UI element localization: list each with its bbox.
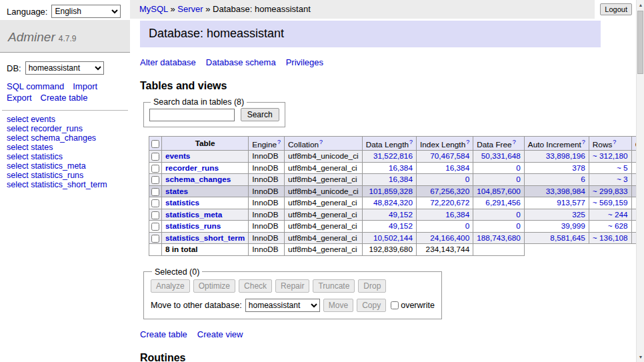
table-link-events[interactable]: events <box>165 151 190 161</box>
cell-auto-increment-link[interactable]: 8,581,645 <box>550 233 585 243</box>
cell-rows-link[interactable]: ~ 312,180 <box>593 151 628 161</box>
scrollbar[interactable]: ▲ ▼ <box>636 0 644 362</box>
cell-rows-link[interactable]: ~ 3 <box>617 175 628 184</box>
check-button[interactable]: Check <box>239 279 272 293</box>
overwrite-checkbox[interactable] <box>391 301 399 309</box>
db-select[interactable]: homeassistant <box>25 61 104 75</box>
move-button[interactable]: Move <box>323 299 353 312</box>
cell-data-free-link[interactable]: 50,331,648 <box>481 151 521 161</box>
breadcrumb-mysql[interactable]: MySQL <box>139 4 168 14</box>
create-table-link[interactable]: Create table <box>140 329 187 339</box>
cell-data-length-link[interactable]: 101,859,328 <box>369 187 413 196</box>
sidebar-select-statistics-meta[interactable]: select statistics_meta <box>7 162 123 171</box>
cell-rows-link[interactable]: ~ 569,159 <box>593 198 628 207</box>
table-link-schema-changes[interactable]: schema_changes <box>165 175 231 184</box>
cell-auto-increment-link[interactable]: 913,577 <box>557 198 585 207</box>
help-icon[interactable]: ? <box>466 139 469 145</box>
sidebar-select-schema-changes[interactable]: select schema_changes <box>7 134 123 143</box>
table-link-statistics-short-term[interactable]: statistics_short_term <box>165 233 245 243</box>
cell-auto-increment-link[interactable]: 33,398,984 <box>546 187 585 196</box>
row-checkbox-statistics[interactable] <box>151 199 159 207</box>
cell-data-free-link[interactable]: 6,291,456 <box>485 198 520 207</box>
help-icon[interactable]: ? <box>277 139 281 145</box>
cell-data-length-link[interactable]: 10,502,144 <box>373 233 413 243</box>
cell-data-free-link[interactable]: 188,743,680 <box>477 233 521 243</box>
cell-index-length-link[interactable]: 72,220,672 <box>430 198 469 207</box>
cell-index-length-link[interactable]: 70,467,584 <box>430 151 469 161</box>
row-checkbox-statistics-meta[interactable] <box>151 211 159 219</box>
sidebar-select-recorder-runs[interactable]: select recorder_runs <box>7 125 123 134</box>
scrollbar-thumb[interactable] <box>637 11 643 74</box>
table-link-statistics[interactable]: statistics <box>165 198 199 207</box>
table-link-recorder-runs[interactable]: recorder_runs <box>165 163 219 173</box>
sidebar-select-statistics[interactable]: select statistics <box>7 153 123 162</box>
cell-auto-increment-link[interactable]: 33,898,196 <box>546 151 585 161</box>
table-link-statistics-runs[interactable]: statistics_runs <box>165 221 221 231</box>
help-icon[interactable]: ? <box>513 139 516 145</box>
row-checkbox-statistics-runs[interactable] <box>151 223 159 231</box>
sidebar-select-statistics-runs[interactable]: select statistics_runs <box>7 171 123 181</box>
create-view-link[interactable]: Create view <box>197 329 243 339</box>
logout-button[interactable]: Logout <box>600 3 632 15</box>
copy-button[interactable]: Copy <box>357 299 386 312</box>
row-checkbox-events[interactable] <box>151 153 159 161</box>
search-button[interactable]: Search <box>241 108 279 121</box>
cell-data-length-link[interactable]: 49,152 <box>389 221 413 231</box>
repair-button[interactable]: Repair <box>275 279 309 293</box>
row-checkbox-recorder-runs[interactable] <box>151 165 159 173</box>
cell-data-free-link[interactable]: 0 <box>516 163 521 173</box>
sidebar-link-export[interactable]: Export <box>7 93 32 103</box>
row-checkbox-schema-changes[interactable] <box>151 176 159 184</box>
cell-index-length-link[interactable]: 24,166,400 <box>430 233 469 243</box>
move-db-select[interactable]: homeassistant <box>245 299 320 312</box>
adminer-logo[interactable]: Adminer <box>8 30 55 44</box>
breadcrumb-server[interactable]: Server <box>177 4 203 14</box>
scroll-up-icon[interactable]: ▲ <box>637 0 644 10</box>
cell-rows-link[interactable]: ~ 5 <box>617 163 628 173</box>
cell-rows-link[interactable]: ~ 628 <box>608 221 628 231</box>
cell-rows-link[interactable]: ~ 136,108 <box>593 233 628 243</box>
cell-data-length-link[interactable]: 49,152 <box>389 210 413 219</box>
cell-index-length-link[interactable]: 0 <box>465 221 470 231</box>
cell-index-length-link[interactable]: 16,384 <box>445 210 469 219</box>
help-icon[interactable]: ? <box>613 139 616 145</box>
scroll-down-icon[interactable]: ▼ <box>637 352 644 362</box>
cell-data-length-link[interactable]: 16,384 <box>389 175 413 184</box>
cell-index-length-link[interactable]: 16,384 <box>445 163 469 173</box>
cell-auto-increment-link[interactable]: 6 <box>581 175 585 184</box>
row-checkbox-states[interactable] <box>151 188 159 196</box>
cell-data-length-link[interactable]: 16,384 <box>389 163 413 173</box>
action-privileges[interactable]: Privileges <box>286 57 323 67</box>
cell-rows-link[interactable]: ~ 244 <box>608 210 628 219</box>
help-icon[interactable]: ? <box>582 139 585 145</box>
help-icon[interactable]: ? <box>319 139 323 145</box>
truncate-button[interactable]: Truncate <box>313 279 355 293</box>
sidebar-select-events[interactable]: select events <box>7 115 123 125</box>
sidebar-link-create-table[interactable]: Create table <box>41 93 88 103</box>
table-link-statistics-meta[interactable]: statistics_meta <box>165 210 222 219</box>
help-icon[interactable]: ? <box>409 139 413 145</box>
drop-button[interactable]: Drop <box>358 279 386 293</box>
row-checkbox-statistics-short-term[interactable] <box>151 235 159 243</box>
analyze-button[interactable]: Analyze <box>151 279 190 293</box>
action-alter-database[interactable]: Alter database <box>140 57 196 67</box>
table-link-states[interactable]: states <box>165 187 188 196</box>
cell-index-length-link[interactable]: 0 <box>465 175 470 184</box>
cell-auto-increment-link[interactable]: 39,999 <box>561 221 585 231</box>
action-database-schema[interactable]: Database schema <box>206 57 276 67</box>
sidebar-link-import[interactable]: Import <box>73 81 97 91</box>
sidebar-select-states[interactable]: select states <box>7 143 123 153</box>
language-select[interactable]: English <box>51 5 121 18</box>
search-input[interactable] <box>149 109 235 121</box>
cell-auto-increment-link[interactable]: 378 <box>572 163 585 173</box>
cell-data-free-link[interactable]: 0 <box>516 210 521 219</box>
cell-auto-increment-link[interactable]: 325 <box>572 210 585 219</box>
cell-data-free-link[interactable]: 0 <box>516 175 521 184</box>
cell-data-free-link[interactable]: 104,857,600 <box>477 187 521 196</box>
cell-rows-link[interactable]: ~ 299,833 <box>593 187 628 196</box>
sidebar-link-sql-command[interactable]: SQL command <box>7 81 64 91</box>
cell-data-length-link[interactable]: 31,522,816 <box>373 151 413 161</box>
cell-data-length-link[interactable]: 48,824,320 <box>373 198 413 207</box>
sidebar-select-statistics-short-term[interactable]: select statistics_short_term <box>7 181 123 190</box>
cell-index-length-link[interactable]: 67,256,320 <box>430 187 469 196</box>
